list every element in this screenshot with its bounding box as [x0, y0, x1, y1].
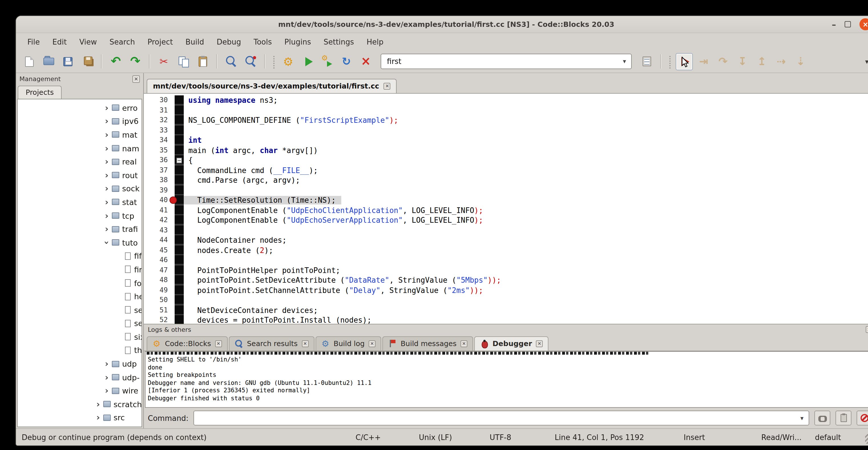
fold-margin[interactable]: [175, 165, 184, 175]
chevron-right-icon[interactable]: ›: [103, 143, 111, 153]
tree-item-sock[interactable]: ›sock: [18, 182, 142, 195]
tree-item-ipv6[interactable]: ›ipv6: [18, 115, 142, 128]
run-button[interactable]: [299, 53, 316, 70]
fold-margin[interactable]: [175, 255, 184, 265]
menu-settings[interactable]: Settings: [317, 34, 361, 49]
toolbar-grip-icon[interactable]: [272, 55, 276, 68]
tree-item-scratch[interactable]: ›scratch: [18, 397, 142, 411]
logs-tab-build-messages[interactable]: Build messages×: [382, 336, 473, 351]
tree-item-src[interactable]: ›src: [18, 411, 142, 424]
close-icon[interactable]: ×: [860, 18, 868, 30]
line-number[interactable]: 38: [144, 175, 175, 185]
tab-close-icon[interactable]: ×: [369, 340, 375, 347]
tab-close-icon[interactable]: ×: [461, 340, 467, 347]
menu-edit[interactable]: Edit: [46, 34, 73, 49]
line-number[interactable]: 39: [144, 185, 175, 195]
code-line[interactable]: 48 pointToPoint.SetDeviceAttribute ("Dat…: [144, 275, 868, 285]
chevron-right-icon[interactable]: ›: [103, 210, 111, 221]
copy-button[interactable]: [175, 53, 192, 70]
tab-close-icon[interactable]: ×: [215, 340, 222, 347]
chevron-right-icon[interactable]: ›: [103, 224, 111, 234]
chevron-right-icon[interactable]: ›: [103, 372, 111, 382]
fold-margin[interactable]: [175, 145, 184, 155]
line-number[interactable]: 42: [144, 215, 175, 225]
fold-margin[interactable]: [175, 175, 184, 185]
menu-help[interactable]: Help: [361, 34, 390, 49]
code-line[interactable]: 31: [144, 106, 868, 115]
toolbar-grip-icon[interactable]: [668, 55, 672, 68]
tree-item-stat[interactable]: ›stat: [18, 195, 142, 209]
tab-close-icon[interactable]: ×: [302, 340, 308, 347]
fold-margin[interactable]: [175, 245, 184, 255]
tree-item-tcp[interactable]: ›tcp: [18, 209, 142, 222]
chevron-right-icon[interactable]: ›: [94, 413, 102, 423]
code-line[interactable]: 42 LogComponentEnable ("UdpEchoServerApp…: [144, 215, 868, 225]
redo-button[interactable]: ↷: [127, 53, 144, 70]
code-line[interactable]: 44 NodeContainer nodes;: [144, 235, 868, 245]
line-number[interactable]: 51: [144, 305, 175, 315]
chevron-right-icon[interactable]: ›: [94, 399, 102, 410]
step-into-instruction-button[interactable]: ⇣: [792, 53, 809, 70]
menu-plugins[interactable]: Plugins: [278, 34, 317, 49]
new-file-button[interactable]: [21, 53, 38, 70]
editor-tab-close-icon[interactable]: ×: [384, 83, 391, 89]
line-number[interactable]: 37: [144, 165, 175, 175]
menu-search[interactable]: Search: [103, 34, 141, 49]
next-line-button[interactable]: ↷: [714, 53, 732, 70]
fold-margin[interactable]: [175, 295, 184, 305]
chevron-right-icon[interactable]: ›: [103, 156, 111, 167]
menu-debug[interactable]: Debug: [210, 34, 247, 49]
code-line[interactable]: 43: [144, 225, 868, 235]
line-number[interactable]: 50: [144, 295, 175, 305]
code-line[interactable]: 40 Time::SetResolution (Time::NS);: [144, 195, 868, 205]
line-number[interactable]: 43: [144, 225, 175, 235]
chevron-right-icon[interactable]: ›: [103, 359, 111, 369]
cut-button[interactable]: ✂: [155, 53, 172, 70]
tree-item-nam[interactable]: ›nam: [18, 142, 142, 155]
maximize-icon[interactable]: [845, 21, 851, 27]
menu-view[interactable]: View: [73, 34, 103, 49]
fold-marker-icon[interactable]: −: [176, 158, 182, 163]
tree-item-se[interactable]: se: [18, 303, 142, 317]
tree-item-fo[interactable]: fo: [18, 276, 142, 290]
fold-margin[interactable]: [175, 215, 184, 225]
step-out-button[interactable]: ↥: [753, 53, 770, 70]
fold-margin[interactable]: [175, 315, 184, 324]
fold-margin[interactable]: [175, 225, 184, 235]
clipboard-button[interactable]: [835, 411, 851, 425]
build-button[interactable]: ⚙: [280, 53, 297, 70]
tree-item-fif[interactable]: fif: [18, 249, 142, 263]
chevron-right-icon[interactable]: ›: [103, 103, 111, 113]
search-options-button[interactable]: [638, 53, 655, 70]
paste-button[interactable]: [194, 53, 211, 70]
logs-tab-code-blocks[interactable]: ⚙Code::Blocks×: [147, 336, 228, 351]
code-line[interactable]: 35main (int argc, char *argv[]): [144, 145, 868, 155]
line-number[interactable]: 40: [144, 195, 175, 205]
fold-margin[interactable]: [175, 115, 184, 125]
abort-build-button[interactable]: ×: [357, 53, 374, 70]
code-line[interactable]: 38 cmd.Parse (argc, argv);: [144, 175, 868, 185]
minimize-icon[interactable]: –: [832, 22, 836, 27]
tree-item-se[interactable]: se: [18, 317, 142, 330]
tree-item-real[interactable]: ›real: [18, 155, 142, 169]
fold-margin[interactable]: [175, 185, 184, 195]
line-number[interactable]: 49: [144, 285, 175, 295]
tree-item-erro[interactable]: ›erro: [18, 101, 142, 115]
line-number[interactable]: 34: [144, 136, 175, 145]
stop-debugger-button[interactable]: [857, 411, 868, 425]
save-file-button[interactable]: [59, 53, 76, 70]
tree-item-tuto[interactable]: ›tuto: [18, 236, 142, 249]
run-to-cursor-button[interactable]: ⇥: [695, 53, 712, 70]
chevron-right-icon[interactable]: ›: [103, 170, 111, 180]
log-output[interactable]: Setting SHELL to '/bin/sh'doneSetting br…: [145, 351, 868, 408]
tree-item-rout[interactable]: ›rout: [18, 169, 142, 182]
code-line[interactable]: 36−{: [144, 155, 868, 165]
code-line[interactable]: 37 CommandLine cmd (__FILE__);: [144, 165, 868, 175]
fold-margin[interactable]: [175, 95, 184, 106]
chevron-down-icon[interactable]: ▾: [795, 414, 809, 422]
tree-item-udp[interactable]: ›udp: [18, 357, 142, 371]
code-line[interactable]: 30using namespace ns3;: [144, 95, 868, 106]
chevron-right-icon[interactable]: ›: [103, 184, 111, 194]
chevron-right-icon[interactable]: ›: [103, 386, 111, 396]
line-number[interactable]: 48: [144, 275, 175, 285]
